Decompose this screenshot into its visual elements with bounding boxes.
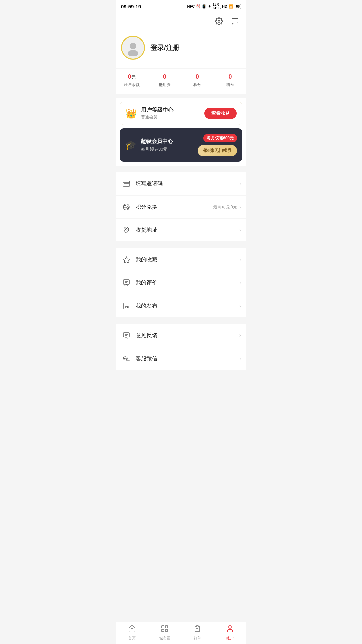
reviews-arrow: › (239, 280, 241, 286)
favorites-label: 我的收藏 (136, 256, 239, 263)
wechat-arrow: › (239, 356, 241, 362)
menu-invite-code[interactable]: 填写邀请码 › (116, 172, 246, 196)
svg-point-0 (218, 20, 220, 22)
super-member-card[interactable]: 🎓 超级会员中心 每月领券30元 每月仅需600元 领6张无门槛券 (120, 128, 242, 162)
section-gap-1 (116, 94, 246, 98)
stats-row: 0元 账户余额 0 抵用券 0 积分 0 粉丝 (116, 69, 246, 94)
favorites-arrow: › (239, 257, 241, 263)
status-bar: 09:59:19 NFC ⏰ 📳 ✦ 15.0KB/S HD 📶 66 (116, 0, 246, 13)
balance-label: 账户余额 (124, 82, 140, 88)
status-time: 09:59:19 (121, 4, 141, 9)
points-arrow: › (239, 204, 241, 210)
fans-label: 粉丝 (226, 82, 234, 88)
menu-section-1: 填写邀请码 › 积分兑换 最高可兑0元 › (116, 172, 246, 241)
section-gap-3 (116, 241, 246, 245)
stat-coupon[interactable]: 0 抵用券 (148, 73, 181, 88)
graduation-icon: 🎓 (125, 140, 137, 151)
fans-value: 0 (229, 73, 232, 80)
section-gap-2 (116, 166, 246, 169)
publish-label: 我的发布 (136, 303, 239, 310)
feedback-icon (121, 330, 132, 341)
settings-button[interactable] (213, 15, 225, 28)
menu-reviews[interactable]: 我的评价 › (116, 271, 246, 294)
address-arrow: › (239, 227, 241, 233)
super-member-title: 超级会员中心 (141, 138, 173, 145)
invite-arrow: › (239, 181, 241, 187)
svg-rect-16 (124, 303, 129, 309)
svg-marker-12 (123, 257, 130, 263)
super-member-sub: 每月领券30元 (141, 146, 173, 152)
menu-favorites[interactable]: 我的收藏 › (116, 248, 246, 271)
status-icons: NFC ⏰ 📳 ✦ 15.0KB/S HD 📶 66 (187, 3, 241, 10)
svg-point-25 (126, 358, 126, 359)
menu-section-3: 意见反馈 › 客服微信 › (116, 324, 246, 370)
review-icon (121, 277, 132, 288)
wechat-label: 客服微信 (136, 355, 239, 362)
favorites-icon (121, 254, 132, 265)
points-label: 积分 (193, 82, 201, 88)
feedback-label: 意见反馈 (136, 332, 239, 339)
menu-wechat[interactable]: 客服微信 › (116, 347, 246, 370)
stat-fans[interactable]: 0 粉丝 (214, 73, 246, 88)
svg-point-11 (126, 229, 127, 230)
menu-points-exchange[interactable]: 积分兑换 最高可兑0元 › (116, 196, 246, 219)
member-cards: 👑 用户等级中心 普通会员 查看收益 🎓 超级会员中心 每月领券30元 每月仅需… (116, 98, 246, 166)
address-icon (121, 225, 132, 235)
section-gap-4 (116, 317, 246, 321)
coupon-label: 抵用券 (159, 82, 171, 88)
menu-section-2: 我的收藏 › 我的评价 › (116, 248, 246, 317)
message-button[interactable] (229, 15, 241, 28)
reviews-label: 我的评价 (136, 279, 239, 286)
invite-icon (121, 178, 132, 189)
avatar[interactable] (121, 36, 145, 60)
member-level-title: 用户等级中心 (141, 107, 173, 114)
feedback-arrow: › (239, 332, 241, 338)
profile-section: 登录/注册 (116, 30, 246, 68)
member-level-sub: 普通会员 (141, 114, 173, 120)
publish-arrow: › (239, 303, 241, 309)
publish-icon (121, 301, 132, 311)
header (116, 13, 246, 30)
points-label: 积分兑换 (136, 204, 213, 211)
svg-rect-20 (123, 333, 129, 337)
view-earnings-button[interactable]: 查看收益 (204, 108, 237, 119)
points-icon (121, 202, 132, 212)
svg-point-2 (128, 50, 138, 56)
svg-rect-13 (123, 280, 129, 284)
svg-point-24 (124, 358, 125, 359)
coupon-value: 0 (163, 73, 166, 80)
menu-publish[interactable]: 我的发布 › (116, 294, 246, 317)
points-value: 最高可兑0元 (213, 204, 237, 210)
stat-points[interactable]: 0 积分 (181, 73, 214, 88)
wechat-icon (121, 353, 132, 364)
coupon-button[interactable]: 领6张无门槛券 (198, 145, 237, 156)
login-text[interactable]: 登录/注册 (150, 43, 179, 52)
invite-label: 填写邀请码 (136, 180, 239, 187)
points-value: 0 (196, 73, 199, 80)
balance-value: 0 (128, 73, 131, 80)
crown-icon: 👑 (125, 108, 137, 119)
balance-unit: 元 (131, 75, 136, 80)
address-label: 收货地址 (136, 227, 239, 234)
menu-address[interactable]: 收货地址 › (116, 219, 246, 241)
stat-balance[interactable]: 0元 账户余额 (116, 73, 148, 88)
member-level-card[interactable]: 👑 用户等级中心 普通会员 查看收益 (120, 102, 242, 125)
monthly-tag: 每月仅需600元 (203, 134, 237, 142)
menu-feedback[interactable]: 意见反馈 › (116, 324, 246, 347)
svg-point-1 (130, 43, 136, 49)
